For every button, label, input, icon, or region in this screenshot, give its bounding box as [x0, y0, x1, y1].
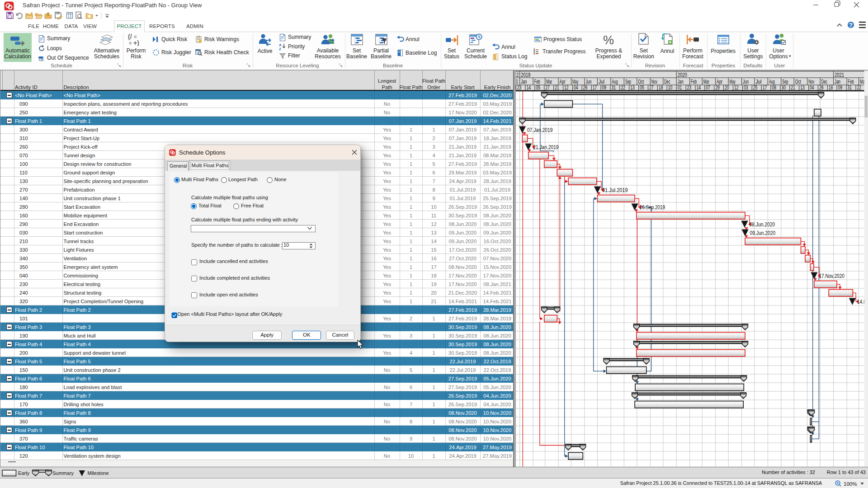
svg-text:27: 27	[545, 84, 550, 91]
svg-text:16: 16	[431, 256, 436, 261]
svg-text:1: 1	[432, 419, 435, 424]
svg-text:24.Apr.2019: 24.Apr.2019	[449, 453, 476, 459]
svg-text:01.Jul.2019: 01.Jul.2019	[450, 196, 476, 201]
svg-text:1: 1	[410, 239, 412, 244]
svg-text:End Excavation: End Excavation	[64, 221, 99, 227]
svg-text:140: 140	[19, 196, 28, 201]
svg-text:18: 18	[829, 84, 833, 91]
svg-text:Site-specific planning and pre: Site-specific planning and preparation	[64, 178, 148, 184]
svg-text:Sep: Sep	[782, 79, 788, 85]
svg-text:Float Path 7: Float Path 7	[64, 393, 91, 399]
svg-text:1: 1	[410, 256, 412, 261]
svg-text:17: 17	[431, 264, 436, 270]
svg-text:130: 130	[19, 178, 28, 184]
svg-text:4: 4	[410, 350, 412, 356]
svg-text:Emergency alert system: Emergency alert system	[64, 264, 118, 270]
svg-text:Project Completion/Tunnel Open: Project Completion/Tunnel Opening	[64, 299, 144, 304]
svg-text:≡: ≡	[129, 40, 132, 46]
svg-text:03.May.2019: 03.May.2019	[483, 170, 512, 175]
svg-text:27.May.2019: 27.May.2019	[483, 445, 512, 450]
svg-text:Float Path 5: Float Path 5	[64, 359, 91, 364]
svg-text:Float Path: Float Path	[400, 84, 423, 90]
svg-text:31: 31	[612, 84, 616, 91]
svg-text:Feb: Feb	[534, 79, 540, 85]
svg-text:27.May.2019: 27.May.2019	[483, 453, 512, 459]
svg-text:26.Sep.2019: 26.Sep.2019	[448, 393, 477, 399]
svg-text:Support and dewater tunnel: Support and dewater tunnel	[64, 350, 126, 356]
svg-text:240: 240	[19, 290, 28, 296]
svg-text:14.Feb.2021: 14.Feb.2021	[483, 299, 512, 304]
svg-text:08.Jun.2020: 08.Jun.2020	[483, 221, 511, 227]
svg-text:270: 270	[19, 187, 28, 192]
svg-text:Yes: Yes	[383, 299, 392, 304]
svg-text:12: 12	[431, 221, 436, 227]
svg-text:May: May	[730, 79, 736, 85]
svg-text:120: 120	[19, 453, 28, 459]
svg-text:12: 12	[564, 84, 569, 91]
svg-text:No: No	[384, 436, 390, 441]
svg-text:Float Path 1: Float Path 1	[64, 118, 91, 124]
svg-text:Start Excavation: Start Excavation	[64, 204, 100, 210]
svg-text:210: 210	[19, 239, 28, 244]
svg-text:08.Nov.2020: 08.Nov.2020	[448, 410, 477, 416]
svg-text:31: 31	[848, 84, 852, 91]
svg-text:Early: Early	[18, 470, 30, 476]
svg-text:May: May	[572, 79, 578, 85]
svg-text:Inspection plans, assessment a: Inspection plans, assessment and reporti…	[64, 101, 188, 107]
svg-text:030: 030	[19, 230, 28, 235]
svg-text:03: 03	[744, 84, 748, 91]
svg-text:1: 1	[410, 230, 412, 235]
svg-text:Dec: Dec	[821, 79, 827, 85]
svg-text:18: 18	[431, 273, 436, 278]
svg-text:Drilling shot holes: Drilling shot holes	[64, 402, 104, 407]
svg-text:02.Dec.2020: 02.Dec.2020	[483, 110, 511, 115]
svg-text:27.Feb.2019: 27.Feb.2019	[448, 93, 477, 98]
svg-text:10: 10	[668, 84, 673, 91]
svg-text:30.Sep.2019: 30.Sep.2019	[448, 324, 477, 330]
svg-text:01.Jul.2019: 01.Jul.2019	[602, 187, 628, 193]
svg-text:Tunnel tracks: Tunnel tracks	[64, 239, 94, 244]
svg-text:Longest: Longest	[378, 78, 396, 84]
svg-text:101: 101	[19, 316, 28, 321]
svg-text:1: 1	[410, 282, 412, 287]
svg-text:370: 370	[19, 436, 28, 441]
svg-text:21.Jan.2019: 21.Jan.2019	[483, 144, 511, 150]
svg-text:1: 1	[432, 316, 435, 321]
svg-text:180: 180	[19, 385, 28, 390]
svg-text:26: 26	[819, 84, 824, 91]
svg-text:22.Oct.2019: 22.Oct.2019	[484, 359, 511, 364]
svg-text:10: 10	[408, 453, 414, 459]
svg-text:15: 15	[431, 247, 436, 253]
svg-text:Yes: Yes	[383, 196, 392, 201]
svg-text:10.Nov.2020: 10.Nov.2020	[483, 427, 512, 433]
svg-text:25.Sep.2019: 25.Sep.2019	[483, 196, 511, 201]
svg-text:Jun: Jun	[586, 79, 592, 85]
svg-text:Dec: Dec	[664, 79, 670, 85]
svg-text:Project Start-Up: Project Start-Up	[64, 136, 100, 141]
svg-text:10.Nov.2020: 10.Nov.2020	[483, 410, 512, 416]
svg-text:330: 330	[19, 247, 28, 253]
svg-text:26: 26	[583, 84, 588, 91]
svg-text:9: 9	[432, 196, 435, 201]
svg-text:17: 17	[593, 84, 597, 91]
svg-text:26.Sep.2019: 26.Sep.2019	[448, 402, 477, 407]
svg-text:Jan: Jan	[521, 79, 527, 85]
svg-text:Float Path: Float Path	[422, 78, 445, 84]
svg-text:1: 1	[432, 333, 435, 338]
svg-text:14: 14	[431, 239, 436, 244]
svg-text:Signs: Signs	[64, 419, 76, 424]
svg-text:22: 22	[857, 84, 862, 91]
svg-text:Activity ID: Activity ID	[15, 84, 38, 90]
svg-text:08.Jun.2020: 08.Jun.2020	[449, 221, 477, 227]
svg-text:1: 1	[410, 299, 412, 304]
svg-text:Yes: Yes	[383, 170, 392, 175]
svg-text:26.Sep.2019: 26.Sep.2019	[483, 204, 511, 210]
svg-text:21.Dec.2020: 21.Dec.2020	[448, 290, 477, 296]
svg-text:08: 08	[772, 84, 777, 91]
svg-text:27.Sep.2019: 27.Sep.2019	[448, 385, 477, 390]
svg-text:09: 09	[838, 84, 843, 91]
svg-text:290: 290	[19, 221, 28, 227]
svg-text:Float Path 9: Float Path 9	[64, 427, 91, 433]
svg-text:Electrical testing: Electrical testing	[64, 282, 100, 287]
svg-text:26.Sep.2019: 26.Sep.2019	[640, 204, 665, 211]
